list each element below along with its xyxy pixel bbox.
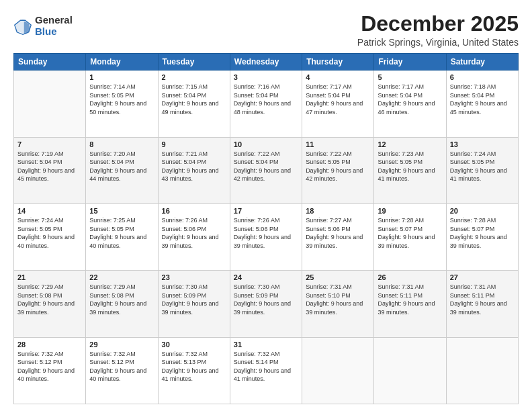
day-number: 29 [89, 340, 154, 349]
calendar-cell: 25Sunrise: 7:31 AMSunset: 5:10 PMDayligh… [302, 271, 374, 337]
day-number: 25 [306, 273, 370, 281]
weekday-header: Sunday [14, 54, 86, 71]
calendar-cell: 21Sunrise: 7:29 AMSunset: 5:08 PMDayligh… [14, 271, 86, 337]
day-info: Sunrise: 7:32 AMSunset: 5:12 PMDaylight:… [89, 350, 154, 383]
day-info: Sunrise: 7:26 AMSunset: 5:06 PMDaylight:… [162, 216, 226, 250]
day-number: 24 [234, 273, 298, 281]
weekday-header: Thursday [302, 54, 374, 71]
day-number: 8 [89, 140, 154, 148]
calendar-cell: 30Sunrise: 7:32 AMSunset: 5:13 PMDayligh… [158, 337, 230, 404]
calendar-cell: 28Sunrise: 7:32 AMSunset: 5:12 PMDayligh… [14, 337, 86, 404]
calendar-table: SundayMondayTuesdayWednesdayThursdayFrid… [13, 53, 519, 404]
day-info: Sunrise: 7:28 AMSunset: 5:07 PMDaylight:… [450, 216, 515, 250]
weekday-header: Saturday [446, 54, 518, 71]
day-info: Sunrise: 7:22 AMSunset: 5:05 PMDaylight:… [306, 150, 370, 183]
day-number: 9 [162, 140, 226, 148]
day-info: Sunrise: 7:18 AMSunset: 5:04 PMDaylight:… [450, 83, 515, 116]
day-info: Sunrise: 7:29 AMSunset: 5:08 PMDaylight:… [89, 283, 154, 316]
calendar-cell: 29Sunrise: 7:32 AMSunset: 5:12 PMDayligh… [86, 337, 158, 404]
calendar-cell: 17Sunrise: 7:26 AMSunset: 5:06 PMDayligh… [230, 203, 302, 270]
day-info: Sunrise: 7:30 AMSunset: 5:09 PMDaylight:… [234, 283, 298, 316]
day-number: 15 [89, 207, 154, 215]
day-info: Sunrise: 7:20 AMSunset: 5:04 PMDaylight:… [89, 150, 154, 183]
calendar-cell: 22Sunrise: 7:29 AMSunset: 5:08 PMDayligh… [86, 271, 158, 337]
calendar-cell: 2Sunrise: 7:15 AMSunset: 5:04 PMDaylight… [158, 71, 230, 137]
calendar-cell: 27Sunrise: 7:31 AMSunset: 5:11 PMDayligh… [446, 271, 518, 337]
calendar-cell: 11Sunrise: 7:22 AMSunset: 5:05 PMDayligh… [302, 137, 374, 203]
calendar-cell: 26Sunrise: 7:31 AMSunset: 5:11 PMDayligh… [374, 271, 446, 337]
weekday-header: Monday [86, 54, 158, 71]
day-number: 18 [306, 207, 370, 215]
day-info: Sunrise: 7:32 AMSunset: 5:14 PMDaylight:… [234, 350, 298, 383]
day-info: Sunrise: 7:22 AMSunset: 5:04 PMDaylight:… [234, 150, 298, 183]
logo-general-text: General [35, 15, 73, 26]
calendar-week-row: 14Sunrise: 7:24 AMSunset: 5:05 PMDayligh… [14, 203, 519, 270]
day-number: 10 [234, 140, 298, 148]
day-info: Sunrise: 7:21 AMSunset: 5:04 PMDaylight:… [162, 150, 226, 183]
calendar-cell: 19Sunrise: 7:28 AMSunset: 5:07 PMDayligh… [374, 203, 446, 270]
day-number: 7 [17, 140, 82, 148]
day-info: Sunrise: 7:24 AMSunset: 5:05 PMDaylight:… [17, 216, 82, 250]
day-number: 28 [17, 340, 82, 349]
logo-text: General Blue [35, 15, 73, 37]
day-number: 22 [89, 273, 154, 281]
calendar-cell: 6Sunrise: 7:18 AMSunset: 5:04 PMDaylight… [446, 71, 518, 137]
calendar-cell: 4Sunrise: 7:17 AMSunset: 5:04 PMDaylight… [302, 71, 374, 137]
day-info: Sunrise: 7:19 AMSunset: 5:04 PMDaylight:… [17, 150, 82, 183]
header: General Blue December 2025 Patrick Sprin… [13, 12, 519, 48]
calendar-week-row: 7Sunrise: 7:19 AMSunset: 5:04 PMDaylight… [14, 137, 519, 203]
day-number: 31 [234, 340, 298, 349]
day-info: Sunrise: 7:31 AMSunset: 5:11 PMDaylight:… [450, 283, 515, 316]
day-info: Sunrise: 7:30 AMSunset: 5:09 PMDaylight:… [162, 283, 226, 316]
day-number: 30 [162, 340, 226, 349]
calendar-week-row: 21Sunrise: 7:29 AMSunset: 5:08 PMDayligh… [14, 271, 519, 337]
day-number: 19 [378, 207, 442, 215]
day-number: 16 [162, 207, 226, 215]
calendar-cell [14, 71, 86, 137]
day-info: Sunrise: 7:17 AMSunset: 5:04 PMDaylight:… [378, 83, 442, 116]
day-info: Sunrise: 7:32 AMSunset: 5:13 PMDaylight:… [162, 350, 226, 383]
day-number: 17 [234, 207, 298, 215]
calendar-cell: 15Sunrise: 7:25 AMSunset: 5:05 PMDayligh… [86, 203, 158, 270]
day-info: Sunrise: 7:31 AMSunset: 5:11 PMDaylight:… [378, 283, 442, 316]
day-info: Sunrise: 7:25 AMSunset: 5:05 PMDaylight:… [89, 216, 154, 250]
logo: General Blue [13, 15, 73, 37]
day-number: 1 [89, 73, 154, 81]
day-info: Sunrise: 7:27 AMSunset: 5:06 PMDaylight:… [306, 216, 370, 250]
calendar-cell: 13Sunrise: 7:24 AMSunset: 5:05 PMDayligh… [446, 137, 518, 203]
calendar-cell: 18Sunrise: 7:27 AMSunset: 5:06 PMDayligh… [302, 203, 374, 270]
day-number: 13 [450, 140, 515, 148]
weekday-header: Friday [374, 54, 446, 71]
weekday-header: Wednesday [230, 54, 302, 71]
day-info: Sunrise: 7:14 AMSunset: 5:05 PMDaylight:… [89, 83, 154, 116]
calendar-cell: 10Sunrise: 7:22 AMSunset: 5:04 PMDayligh… [230, 137, 302, 203]
logo-icon [13, 17, 32, 36]
location: Patrick Springs, Virginia, United States [357, 37, 519, 48]
day-number: 12 [378, 140, 442, 148]
calendar-cell: 7Sunrise: 7:19 AMSunset: 5:04 PMDaylight… [14, 137, 86, 203]
day-number: 3 [234, 73, 298, 81]
calendar-cell: 16Sunrise: 7:26 AMSunset: 5:06 PMDayligh… [158, 203, 230, 270]
calendar-cell [374, 337, 446, 404]
day-info: Sunrise: 7:23 AMSunset: 5:05 PMDaylight:… [378, 150, 442, 183]
day-number: 14 [17, 207, 82, 215]
day-number: 6 [450, 73, 515, 81]
calendar-cell: 20Sunrise: 7:28 AMSunset: 5:07 PMDayligh… [446, 203, 518, 270]
day-info: Sunrise: 7:28 AMSunset: 5:07 PMDaylight:… [378, 216, 442, 250]
day-number: 21 [17, 273, 82, 281]
calendar-cell: 31Sunrise: 7:32 AMSunset: 5:14 PMDayligh… [230, 337, 302, 404]
day-number: 11 [306, 140, 370, 148]
page: General Blue December 2025 Patrick Sprin… [0, 0, 532, 411]
logo-blue-text: Blue [35, 26, 73, 38]
day-number: 5 [378, 73, 442, 81]
calendar-header-row: SundayMondayTuesdayWednesdayThursdayFrid… [14, 54, 519, 71]
calendar-week-row: 28Sunrise: 7:32 AMSunset: 5:12 PMDayligh… [14, 337, 519, 404]
day-info: Sunrise: 7:32 AMSunset: 5:12 PMDaylight:… [17, 350, 82, 383]
month-title: December 2025 [357, 12, 519, 36]
calendar-cell: 24Sunrise: 7:30 AMSunset: 5:09 PMDayligh… [230, 271, 302, 337]
day-number: 20 [450, 207, 515, 215]
calendar-cell: 12Sunrise: 7:23 AMSunset: 5:05 PMDayligh… [374, 137, 446, 203]
calendar-week-row: 1Sunrise: 7:14 AMSunset: 5:05 PMDaylight… [14, 71, 519, 137]
calendar-cell: 1Sunrise: 7:14 AMSunset: 5:05 PMDaylight… [86, 71, 158, 137]
calendar-cell: 5Sunrise: 7:17 AMSunset: 5:04 PMDaylight… [374, 71, 446, 137]
